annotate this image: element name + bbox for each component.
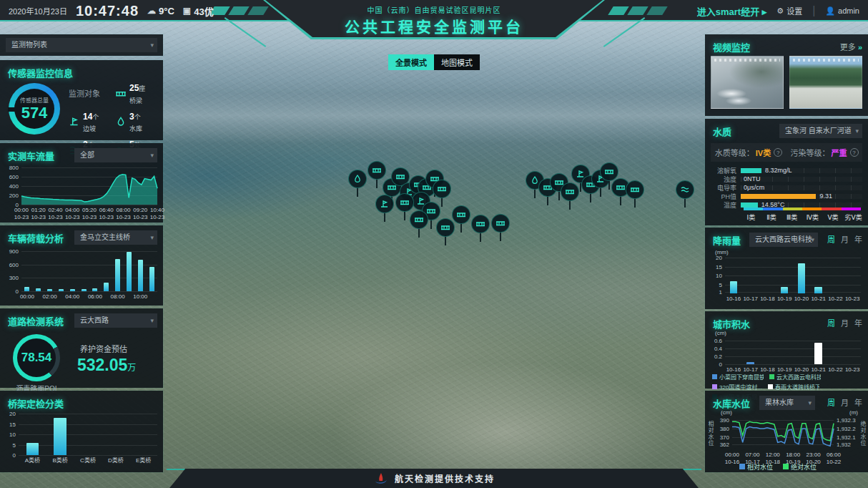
gridline — [19, 445, 157, 446]
bar — [92, 288, 97, 291]
panorama-mode-button[interactable]: 全景模式 — [388, 54, 434, 70]
bar — [127, 252, 132, 291]
maintenance-cost-value: 532.05万 — [77, 356, 136, 375]
gridline — [725, 364, 861, 365]
marker-stem — [404, 210, 405, 220]
metric-label: 温度 — [711, 200, 741, 210]
rainfall-dropdown[interactable]: 云大西路云电科技 — [749, 233, 818, 247]
reservoir-title: 水库水位 — [713, 396, 750, 410]
settings-button[interactable]: ⚙ 设置 — [776, 5, 802, 16]
road-detection-panel: 道路检测系统 云大西路 78.54 沥青路面PQI 养护资金预估 532.05万 — [0, 308, 163, 388]
video-osd-2 — [793, 59, 859, 62]
traffic-filter-dropdown[interactable]: 全部 — [74, 148, 157, 162]
period-tab-周[interactable]: 周 — [827, 317, 835, 328]
period-tab-年[interactable]: 年 — [854, 233, 862, 245]
y-tick-label: 0 — [13, 452, 16, 459]
sensor-panel-title: 传感器监控信息 — [8, 66, 73, 79]
period-tab-周[interactable]: 周 — [827, 233, 835, 245]
water-class-label: Ⅴ类 — [823, 213, 844, 222]
bridge-icon — [495, 218, 505, 228]
object-name: 水库 — [129, 125, 142, 132]
legend-item[interactable]: 云大西路云电科技... — [769, 373, 821, 381]
y-tick-label: 370 — [720, 434, 729, 441]
bar — [104, 283, 109, 291]
legend-item[interactable]: 小菜园下穿南昆铁... — [712, 373, 764, 381]
legend-item[interactable]: 春雨大道跨线桥下穿... — [768, 383, 819, 391]
header-deco-right — [611, 6, 665, 15]
period-tab-年[interactable]: 年 — [854, 317, 862, 328]
y-tick-label: 5 — [719, 281, 722, 288]
period-tab-年[interactable]: 年 — [854, 396, 862, 408]
bridge-class-panel: 桥架定检分类 05101520A类桥B类桥C类桥D类桥E类桥 — [0, 391, 163, 472]
object-count: 25座 — [129, 83, 145, 93]
load-bridge-dropdown[interactable]: 金马立交主线桥 — [74, 230, 157, 245]
reservoir-level-chart: 3903803703621,932.31,932.21,932.11,93200… — [732, 416, 834, 449]
metric-track: 14.58°C — [741, 202, 862, 208]
y-tick-label: 0 — [719, 361, 722, 368]
slope-icon — [69, 116, 80, 127]
x-tick-label: 00:0010-16 — [725, 452, 739, 466]
reservoir-dropdown[interactable]: 果林水库 — [759, 396, 815, 410]
road-dropdown[interactable]: 云大西路 — [74, 313, 157, 328]
title-trapezoid: 中国（云南）自由贸易试验区昆明片区 公共工程安全监测平台 — [265, 0, 603, 37]
marker-stem — [418, 228, 420, 238]
monitored-object-item: 3个 水库 — [115, 110, 159, 135]
reservoir-unit-right: (m) — [849, 409, 858, 416]
sensor-info-panel: 传感器监控信息 传感器总量 574 监测对象 25座 桥梁 14个 边坡 3个 … — [0, 60, 163, 140]
x-tick-label: 00:0010-23 — [14, 207, 29, 221]
reservoir-unit-left: (cm) — [721, 409, 732, 416]
gridline — [725, 341, 861, 341]
water-class-scale — [744, 208, 861, 210]
marker-stem — [620, 195, 621, 205]
help-icon[interactable]: ? — [774, 148, 782, 157]
bridge-icon — [475, 219, 485, 229]
y-tick-label: 0.4 — [714, 345, 722, 351]
period-tab-月[interactable]: 月 — [841, 233, 849, 245]
monitor-list-dropdown[interactable]: 监测物列表 — [6, 38, 157, 52]
map-mode-button[interactable]: 地图模式 — [434, 54, 480, 70]
x-tick-label: 10-18 — [760, 296, 774, 303]
y-tick-label-right: 1,932.1 — [837, 434, 856, 441]
help-icon[interactable]: ? — [850, 148, 859, 157]
legend-item[interactable]: 绝对水位 — [783, 462, 817, 472]
period-tab-周[interactable]: 周 — [827, 396, 835, 408]
sensor-total-gauge: 传感器总量 574 — [9, 83, 60, 135]
bridge-icon — [630, 185, 640, 195]
maintenance-cost-label: 养护资金预估 — [80, 343, 127, 354]
gridline — [19, 424, 157, 425]
water-class-label: 劣Ⅴ类 — [843, 213, 864, 222]
legend-item[interactable]: 320国道中谊村... — [712, 383, 762, 391]
video-feed-1[interactable] — [711, 56, 784, 109]
bar — [814, 287, 822, 293]
y-tick-label: 15 — [716, 263, 722, 270]
y-tick-label: 0.2 — [714, 353, 722, 359]
x-tick-label: 06:4010-23 — [99, 207, 114, 221]
video-feed-2[interactable] — [789, 56, 862, 109]
gridline — [19, 455, 157, 456]
bar — [149, 267, 154, 291]
bar — [47, 289, 52, 291]
period-tab-月[interactable]: 月 — [841, 317, 849, 328]
marker-stem — [480, 232, 481, 242]
gridline — [19, 434, 157, 435]
bar — [82, 289, 87, 291]
water-quality-dropdown[interactable]: 宝象河 自来水厂河道 — [779, 124, 862, 138]
x-tick-label: 10-20 — [794, 296, 809, 303]
reservoir-icon — [115, 116, 127, 127]
bar — [36, 288, 41, 291]
y-tick-label: 0 — [16, 288, 19, 295]
period-tab-月[interactable]: 月 — [841, 396, 849, 408]
smart-portal-link[interactable]: 进入smart经开 ▸ — [697, 4, 767, 18]
bridge-panel-title: 桥架定检分类 — [8, 396, 64, 410]
bridge-icon — [372, 165, 382, 175]
bar — [115, 259, 120, 291]
legend-item[interactable]: 相对水位 — [739, 462, 773, 472]
header-deco-left — [212, 6, 266, 15]
x-tick-label: 06:00 — [88, 293, 102, 301]
y-tick-label: 300 — [9, 275, 19, 281]
bridge-icon — [440, 223, 450, 233]
user-account-button[interactable]: 👤 admin — [825, 6, 859, 16]
marker-stem — [590, 192, 591, 202]
video-more-link[interactable]: 更多 » — [840, 41, 862, 52]
urban-water-title: 城市积水 — [713, 317, 750, 331]
